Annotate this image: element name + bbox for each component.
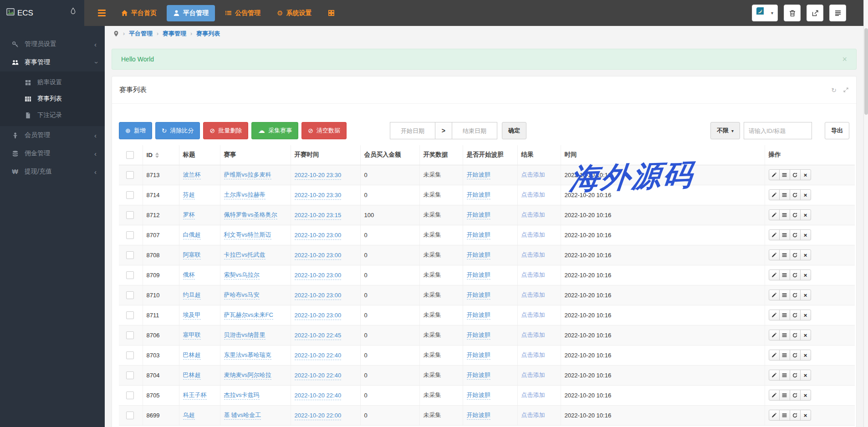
bodan-link[interactable]: 开始波胆 (467, 412, 490, 420)
bodan-link[interactable]: 开始波胆 (467, 331, 490, 340)
start-date-input[interactable] (390, 122, 435, 139)
breadcrumb-current[interactable]: 赛事列表 (196, 30, 220, 38)
refresh-row-button[interactable] (790, 410, 801, 421)
refresh-row-button[interactable] (790, 370, 801, 381)
delete-row-button[interactable]: × (800, 330, 811, 341)
edit-button[interactable] (769, 390, 780, 401)
panel-expand-icon[interactable] (843, 87, 849, 93)
detail-list-button[interactable] (779, 269, 790, 280)
start-time-link[interactable]: 2022-10-20 22:40 (295, 392, 342, 400)
refresh-row-button[interactable] (790, 169, 801, 180)
close-icon[interactable]: × (842, 55, 847, 63)
start-time-link[interactable]: 2022-10-20 22:40 (295, 372, 342, 380)
nav-item-apps-grid[interactable] (322, 5, 341, 20)
league-link[interactable]: 约旦超 (183, 291, 201, 300)
batch-delete-button[interactable]: ⊘ 批量删除 (203, 122, 248, 139)
row-checkbox[interactable] (126, 231, 134, 239)
edit-button[interactable] (769, 410, 780, 421)
start-time-link[interactable]: 2022-10-20 23:00 (295, 272, 342, 280)
sidebar-item-match-manage[interactable]: 赛事管理 ‹ (0, 53, 105, 71)
match-link[interactable]: 卡拉巴vs托武兹 (224, 251, 266, 259)
scrollbar-thumb[interactable] (864, 28, 868, 115)
league-link[interactable]: 巴林超 (183, 351, 201, 360)
end-date-input[interactable] (452, 122, 497, 139)
row-checkbox[interactable] (126, 171, 134, 179)
delete-row-button[interactable]: × (800, 189, 811, 200)
league-link[interactable]: 芬超 (183, 191, 195, 199)
start-time-link[interactable]: 2022-10-20 23:00 (295, 232, 342, 240)
search-input[interactable] (744, 122, 812, 139)
vertical-scrollbar[interactable] (863, 0, 868, 427)
league-link[interactable]: 乌超 (183, 412, 195, 420)
add-result-link[interactable]: 点击添加 (521, 391, 545, 398)
add-result-link[interactable]: 点击添加 (521, 251, 545, 258)
detail-list-button[interactable] (779, 390, 790, 401)
add-result-link[interactable]: 点击添加 (521, 311, 545, 318)
bodan-link[interactable]: 开始波胆 (467, 371, 490, 380)
refresh-row-button[interactable] (790, 229, 801, 240)
brand-logo[interactable]: ECS (0, 0, 84, 26)
start-time-link[interactable]: 2022-10-20 22:45 (295, 332, 342, 340)
edit-button[interactable] (769, 330, 780, 341)
detail-list-button[interactable] (779, 410, 790, 421)
bodan-link[interactable]: 开始波胆 (467, 231, 490, 239)
refresh-row-button[interactable] (790, 390, 801, 401)
bodan-link[interactable]: 开始波胆 (467, 171, 490, 179)
detail-list-button[interactable] (779, 310, 790, 320)
edit-button[interactable] (769, 169, 780, 180)
add-result-link[interactable]: 点击添加 (521, 271, 545, 278)
bodan-link[interactable]: 开始波胆 (467, 251, 490, 259)
refresh-row-button[interactable] (790, 249, 801, 260)
bodan-link[interactable]: 开始波胆 (467, 191, 490, 199)
sidebar-item-admin-settings[interactable]: 管理员设置 ‹ (0, 35, 105, 53)
start-time-link[interactable]: 2022-10-20 23:15 (295, 212, 342, 220)
detail-list-button[interactable] (779, 350, 790, 361)
row-checkbox[interactable] (126, 271, 134, 279)
refresh-row-button[interactable] (790, 189, 801, 200)
match-link[interactable]: 杰拉vs卡兹玛 (224, 391, 260, 400)
edit-button[interactable] (769, 189, 780, 200)
add-result-link[interactable]: 点击添加 (521, 231, 545, 238)
delete-row-button[interactable]: × (800, 290, 811, 300)
delete-row-button[interactable]: × (800, 229, 811, 240)
league-link[interactable]: 波兰杯 (183, 171, 201, 179)
delete-row-button[interactable]: × (800, 370, 811, 381)
collect-matches-button[interactable]: ☁ ↓ 采集赛事 (251, 122, 298, 139)
bodan-link[interactable]: 开始波胆 (467, 291, 490, 300)
add-result-link[interactable]: 点击添加 (521, 211, 545, 218)
breadcrumb-link-match-manage[interactable]: 赛事管理 (163, 30, 186, 38)
select-all-checkbox[interactable] (126, 151, 134, 159)
detail-list-button[interactable] (779, 290, 790, 300)
add-result-link[interactable]: 点击添加 (521, 331, 545, 338)
avatar-menu-button[interactable]: ▾ (752, 5, 778, 21)
row-checkbox[interactable] (126, 191, 134, 199)
refresh-row-button[interactable] (790, 290, 801, 300)
refresh-row-button[interactable] (790, 350, 801, 361)
refresh-row-button[interactable] (790, 310, 801, 320)
detail-list-button[interactable] (779, 169, 790, 180)
sidebar-item-withdraw-deposit[interactable]: ₩ 提现/充值 ‹ (0, 163, 105, 181)
bodan-link[interactable]: 开始波胆 (467, 211, 490, 219)
row-checkbox[interactable] (126, 371, 134, 379)
detail-list-button[interactable] (779, 209, 790, 220)
delete-row-button[interactable]: × (800, 410, 811, 421)
row-checkbox[interactable] (126, 391, 134, 399)
bodan-link[interactable]: 开始波胆 (467, 271, 490, 280)
delete-row-button[interactable]: × (800, 350, 811, 361)
start-time-link[interactable]: 2022-10-20 23:00 (295, 292, 342, 300)
bodan-link[interactable]: 开始波胆 (467, 311, 490, 320)
trash-button[interactable] (784, 5, 801, 21)
league-link[interactable]: 罗杯 (183, 211, 195, 219)
detail-list-button[interactable] (779, 330, 790, 341)
refresh-row-button[interactable] (790, 269, 801, 280)
delete-row-button[interactable]: × (800, 249, 811, 260)
league-link[interactable]: 白俄超 (183, 231, 201, 239)
refresh-row-button[interactable] (790, 330, 801, 341)
start-time-link[interactable]: 2022-10-20 22:40 (295, 352, 342, 360)
match-link[interactable]: 索契vs乌拉尔 (224, 271, 260, 280)
open-window-button[interactable] (807, 5, 823, 21)
edit-button[interactable] (769, 209, 780, 220)
match-link[interactable]: 萨哈布vs马安 (224, 291, 260, 300)
row-checkbox[interactable] (126, 351, 134, 359)
delete-row-button[interactable]: × (800, 310, 811, 320)
